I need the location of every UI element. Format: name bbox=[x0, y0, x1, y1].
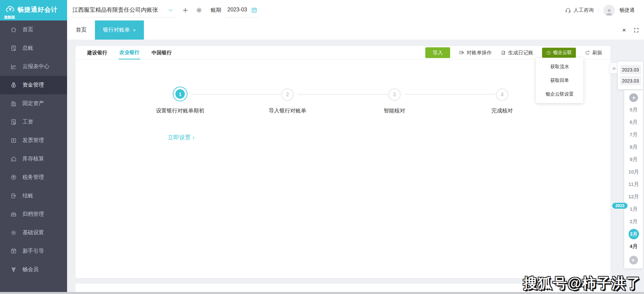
sidebar-item-member[interactable]: 畅会员 bbox=[0, 260, 67, 279]
bank-tab-boc[interactable]: 中国银行 bbox=[151, 46, 172, 59]
topbar: 江西服宝精品有限责任公司内账张 账期 2023-03 人工咨询 畅捷通 bbox=[67, 0, 644, 20]
step-1-number: 1 bbox=[175, 89, 185, 99]
month-item[interactable]: 8月 bbox=[624, 141, 643, 153]
bank-cloud-label: 银企云联 bbox=[553, 50, 572, 56]
step-2-number: 2 bbox=[281, 88, 294, 101]
sidebar-item-home[interactable]: 首页 bbox=[0, 20, 67, 39]
period-box-bottom[interactable]: 2023.03 bbox=[620, 76, 641, 85]
account-settings-gear-icon[interactable] bbox=[196, 7, 203, 14]
home-icon bbox=[10, 26, 17, 33]
member-v-icon bbox=[10, 266, 17, 273]
sidebar-item-invoice-management[interactable]: 发票管理 bbox=[0, 131, 67, 150]
tab-close-icon[interactable]: × bbox=[133, 27, 136, 33]
sidebar-item-label: 结账 bbox=[22, 192, 33, 199]
guide-video-icon bbox=[10, 248, 17, 255]
bank-tab-ccb[interactable]: 建设银行 bbox=[87, 46, 108, 59]
support-label: 人工咨询 bbox=[574, 7, 594, 13]
toolbar: 导入 对账单操作 生成日记账 银企云联 刷新 bbox=[425, 46, 602, 59]
username[interactable]: 畅捷通 bbox=[620, 7, 635, 13]
month-item[interactable]: 12月 bbox=[624, 191, 643, 203]
chevron-right-icon: › bbox=[193, 134, 195, 141]
menu-item-get-receipts[interactable]: 获取回单 bbox=[536, 74, 583, 87]
ledger-icon bbox=[10, 45, 17, 52]
avatar[interactable] bbox=[603, 5, 615, 16]
sidebar-item-label: 发票管理 bbox=[22, 137, 44, 144]
period-value[interactable]: 2023-03 bbox=[227, 7, 247, 13]
sidebar-item-label: 云报表中心 bbox=[22, 63, 49, 70]
generate-journal-button[interactable]: 生成日记账 bbox=[500, 50, 533, 56]
month-item-current[interactable]: 4月 bbox=[624, 240, 643, 253]
tab-bank-statement[interactable]: 银行对账单 × bbox=[95, 20, 144, 40]
statement-ops-label: 对账单操作 bbox=[467, 50, 492, 56]
sidebar-item-cloud-reports[interactable]: 云报表中心 bbox=[0, 57, 67, 76]
month-item[interactable]: 9月 bbox=[624, 153, 643, 166]
company-selector[interactable]: 江西服宝精品有限责任公司内账张 bbox=[72, 6, 158, 14]
sidebar-item-inventory[interactable]: 库存核算 bbox=[0, 150, 67, 168]
support-button[interactable]: 人工咨询 bbox=[565, 7, 594, 13]
scroll-down-button[interactable]: » bbox=[629, 256, 638, 264]
import-button[interactable]: 导入 bbox=[425, 47, 450, 58]
brand-logo: 畅捷通好会计 旗舰版 bbox=[0, 0, 67, 20]
menu-item-bank-cloud-settings[interactable]: 银企云联设置 bbox=[536, 87, 583, 101]
app-window: 畅捷通好会计 旗舰版 首页 总账 云报表中心 资金管理 固定资产 bbox=[0, 0, 644, 294]
brand-name: 畅捷通好会计 bbox=[17, 5, 58, 14]
salary-icon bbox=[10, 118, 17, 126]
fullscreen-icon[interactable] bbox=[633, 27, 639, 33]
refresh-button[interactable]: 刷新 bbox=[585, 50, 602, 56]
bank-cloud-button[interactable]: 银企云联 bbox=[542, 48, 576, 58]
period-box-top[interactable]: 2023.03 bbox=[620, 65, 641, 74]
sidebar-item-funds-management[interactable]: 资金管理 bbox=[0, 76, 67, 94]
scroll-up-button[interactable]: » bbox=[629, 93, 638, 102]
double-chevron-right-icon: » bbox=[612, 64, 616, 72]
month-item[interactable]: 6月 bbox=[624, 116, 643, 129]
sidebar-item-label: 畅会员 bbox=[22, 266, 39, 273]
sidebar-item-salary[interactable]: 工资 bbox=[0, 113, 67, 131]
invoice-icon bbox=[10, 137, 17, 144]
statement-ops-button[interactable]: 对账单操作 bbox=[459, 50, 492, 56]
step-2-circle: 2 bbox=[280, 87, 295, 101]
tab-label: 银行对账单 bbox=[103, 27, 130, 34]
sidebar-item-label: 归档管理 bbox=[22, 211, 44, 218]
tab-home[interactable]: 首页 bbox=[71, 20, 91, 40]
sidebar-item-tax-management[interactable]: 税务管理 bbox=[0, 168, 67, 187]
step-4-label: 完成核对 bbox=[491, 107, 513, 114]
month-item[interactable]: 7月 bbox=[624, 129, 643, 141]
bank-tab-abc[interactable]: 农业银行 bbox=[119, 46, 140, 59]
setup-now-link[interactable]: 立即设置 › bbox=[168, 134, 195, 141]
sidebar-item-basic-settings[interactable]: 基础设置 bbox=[0, 224, 67, 242]
step-3: 3 智能核对 bbox=[354, 87, 435, 114]
month-item[interactable]: 11月 bbox=[624, 178, 643, 191]
refresh-icon bbox=[585, 50, 590, 56]
chevron-down-icon[interactable] bbox=[168, 7, 173, 13]
calendar-icon[interactable] bbox=[251, 7, 258, 13]
sidebar-item-beginner-guide[interactable]: 新手引导 bbox=[0, 242, 67, 260]
month-list: 5月 6月 7月 8月 9月 10月 11月 12月 1月 2月 3月 4月 bbox=[624, 104, 643, 253]
cloud-report-icon bbox=[10, 63, 17, 70]
funds-icon bbox=[10, 82, 17, 89]
month-item[interactable]: 10月 bbox=[624, 166, 643, 178]
step-4-number: 4 bbox=[496, 88, 508, 101]
sidebar-item-general-ledger[interactable]: 总账 bbox=[0, 39, 67, 57]
close-page-icon[interactable]: × bbox=[622, 27, 626, 34]
fixed-assets-icon bbox=[10, 100, 17, 107]
sidebar-item-closing[interactable]: 结账 bbox=[0, 187, 67, 205]
sidebar-item-fixed-assets[interactable]: 固定资产 bbox=[0, 94, 67, 113]
tab-bar: 首页 银行对账单 × × bbox=[67, 20, 644, 40]
step-4: 4 完成核对 bbox=[462, 87, 542, 114]
step-1-label: 设置银行对账单期初 bbox=[156, 107, 204, 114]
sidebar-menu: 首页 总账 云报表中心 资金管理 固定资产 工资 bbox=[0, 20, 67, 294]
month-item-active-label: 3月 bbox=[629, 229, 639, 239]
company-underline bbox=[72, 17, 176, 17]
month-item[interactable]: 2月 bbox=[624, 215, 643, 228]
month-item-active[interactable]: 3月 bbox=[624, 228, 643, 240]
topbar-divider bbox=[598, 7, 599, 14]
menu-item-get-transactions[interactable]: 获取流水 bbox=[536, 60, 583, 74]
add-account-icon[interactable] bbox=[182, 7, 189, 14]
sidebar-item-archive-management[interactable]: 归档管理 bbox=[0, 205, 67, 224]
step-3-circle: 3 bbox=[387, 87, 402, 101]
sidebar-item-label: 库存核算 bbox=[22, 155, 44, 162]
panel-header: 建设银行 农业银行 中国银行 导入 对账单操作 生成日记账 银企云联 bbox=[75, 46, 610, 59]
rail-collapse-button[interactable]: » bbox=[609, 63, 619, 74]
month-item[interactable]: 5月 bbox=[624, 104, 643, 116]
sidebar-item-label: 税务管理 bbox=[22, 174, 44, 181]
